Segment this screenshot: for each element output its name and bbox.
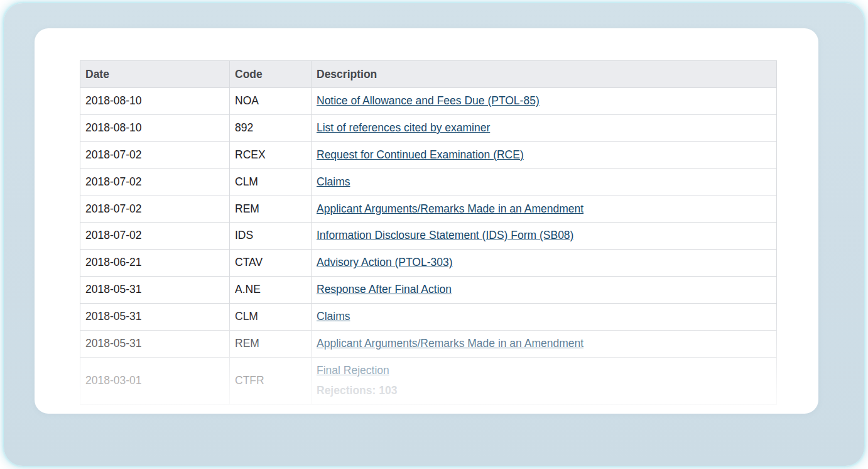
description-cell: Applicant Arguments/Remarks Made in an A… — [312, 330, 777, 357]
column-header-code: Code — [230, 61, 312, 88]
document-link[interactable]: Claims — [317, 310, 350, 323]
code-cell: A.NE — [230, 277, 312, 304]
table-row: 2018-03-01 CTFR Final Rejection Rejectio… — [80, 357, 777, 404]
table-body: 2018-08-10 NOA Notice of Allowance and F… — [80, 88, 777, 405]
table-row: 2018-06-21 CTAV Advisory Action (PTOL-30… — [80, 250, 777, 277]
description-cell: Applicant Arguments/Remarks Made in an A… — [312, 196, 777, 223]
document-link[interactable]: Applicant Arguments/Remarks Made in an A… — [317, 337, 583, 350]
date-cell: 2018-08-10 — [80, 88, 230, 115]
document-link[interactable]: Response After Final Action — [317, 283, 452, 295]
date-cell: 2018-05-31 — [80, 304, 230, 331]
date-cell: 2018-07-02 — [80, 223, 230, 250]
document-link[interactable]: Information Disclosure Statement (IDS) F… — [317, 229, 573, 241]
document-link[interactable]: Applicant Arguments/Remarks Made in an A… — [317, 202, 583, 215]
document-link[interactable]: Final Rejection — [317, 364, 389, 377]
column-header-description: Description — [312, 61, 777, 88]
date-cell: 2018-06-21 — [80, 250, 230, 277]
description-cell: Request for Continued Examination (RCE) — [312, 141, 777, 168]
code-cell: CTFR — [230, 357, 312, 404]
document-link[interactable]: Advisory Action (PTOL-303) — [317, 256, 453, 268]
date-cell: 2018-05-31 — [80, 330, 230, 357]
date-cell: 2018-03-01 — [80, 357, 230, 404]
document-link[interactable]: Request for Continued Examination (RCE) — [317, 148, 524, 161]
description-cell: Claims — [312, 168, 777, 196]
table-row: 2018-05-31 CLM Claims — [80, 304, 777, 331]
description-cell: Claims — [312, 304, 777, 331]
date-cell: 2018-05-31 — [80, 277, 230, 304]
decorative-frame: Date Code Description 2018-08-10 NOA Not… — [4, 3, 864, 466]
code-cell: NOA — [230, 88, 312, 115]
code-cell: RCEX — [230, 141, 312, 168]
table-container: Date Code Description 2018-08-10 NOA Not… — [80, 60, 776, 405]
transaction-history-table: Date Code Description 2018-08-10 NOA Not… — [80, 60, 777, 405]
table-row: 2018-08-10 892 List of references cited … — [80, 114, 777, 141]
description-cell: Response After Final Action — [312, 277, 777, 304]
date-cell: 2018-07-02 — [80, 196, 230, 223]
document-link[interactable]: Notice of Allowance and Fees Due (PTOL-8… — [317, 94, 540, 107]
date-cell: 2018-07-02 — [80, 141, 230, 168]
description-cell: Information Disclosure Statement (IDS) F… — [312, 223, 777, 250]
date-cell: 2018-08-10 — [80, 114, 230, 141]
rejections-note: Rejections: 103 — [317, 384, 771, 398]
table-row: 2018-05-31 REM Applicant Arguments/Remar… — [80, 330, 777, 357]
description-cell: List of references cited by examiner — [312, 114, 777, 141]
table-row: 2018-05-31 A.NE Response After Final Act… — [80, 277, 777, 304]
code-cell: 892 — [230, 114, 312, 141]
table-row: 2018-07-02 CLM Claims — [80, 168, 777, 196]
table-header-row: Date Code Description — [80, 61, 777, 88]
table-row: 2018-07-02 RCEX Request for Continued Ex… — [80, 141, 777, 168]
column-header-date: Date — [80, 61, 230, 88]
document-link[interactable]: Claims — [317, 175, 350, 188]
code-cell: REM — [230, 196, 312, 223]
date-cell: 2018-07-02 — [80, 168, 230, 196]
document-link[interactable]: List of references cited by examiner — [317, 121, 490, 134]
table-row: 2018-07-02 IDS Information Disclosure St… — [80, 223, 777, 250]
code-cell: IDS — [230, 223, 312, 250]
description-cell: Final Rejection Rejections: 103 — [312, 357, 777, 404]
content-card: Date Code Description 2018-08-10 NOA Not… — [35, 28, 818, 414]
code-cell: CLM — [230, 304, 312, 331]
code-cell: CLM — [230, 168, 312, 196]
table-row: 2018-08-10 NOA Notice of Allowance and F… — [80, 88, 777, 115]
description-cell: Notice of Allowance and Fees Due (PTOL-8… — [312, 88, 777, 115]
code-cell: CTAV — [230, 250, 312, 277]
table-row: 2018-07-02 REM Applicant Arguments/Remar… — [80, 196, 777, 223]
description-cell: Advisory Action (PTOL-303) — [312, 250, 777, 277]
code-cell: REM — [230, 330, 312, 357]
